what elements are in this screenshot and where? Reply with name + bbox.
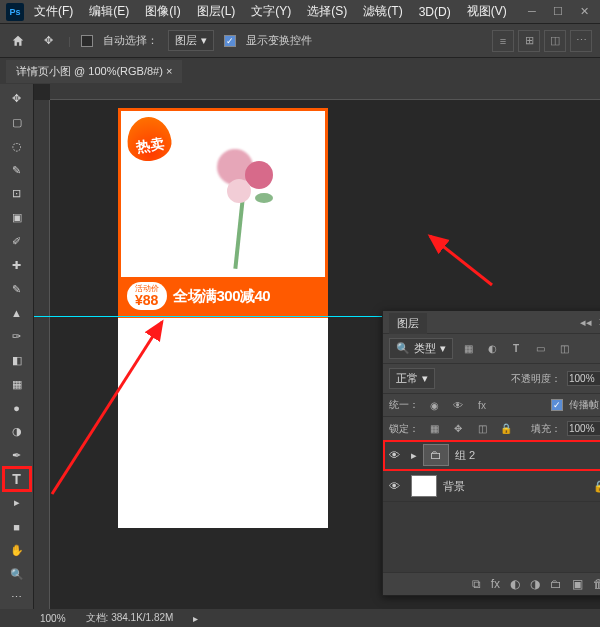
ruler-horizontal[interactable] [50,84,600,100]
link-layers-icon[interactable]: ⧉ [472,577,481,591]
unify-visibility-icon[interactable]: 👁 [449,398,467,412]
dodge-tool[interactable]: ◑ [4,421,30,443]
opacity-label: 不透明度： [511,372,561,386]
adjustment-layer-icon[interactable]: ◑ [530,577,540,591]
eyedropper-tool[interactable]: ✐ [4,231,30,253]
auto-select-checkbox[interactable] [81,35,93,47]
menu-file[interactable]: 文件(F) [28,1,79,22]
menu-layer[interactable]: 图层(L) [191,1,242,22]
window-close-icon[interactable]: ✕ [574,5,594,18]
layer-row-group[interactable]: 👁 ▸ 🗀 组 2 [383,440,600,471]
eraser-tool[interactable]: ◧ [4,349,30,371]
lock-icon[interactable]: 🔒 [593,480,600,493]
shape-tool[interactable]: ■ [4,516,30,538]
gradient-tool[interactable]: ▦ [4,373,30,395]
frame-tool[interactable]: ▣ [4,207,30,229]
menu-bar: Ps 文件(F) 编辑(E) 图像(I) 图层(L) 文字(Y) 选择(S) 滤… [0,0,600,24]
fill-input[interactable] [567,421,600,436]
bouquet-image [177,129,307,269]
show-transform-checkbox[interactable] [224,35,236,47]
edit-toolbar-icon[interactable]: ⋯ [4,587,30,609]
filter-shape-icon[interactable]: ▭ [531,342,549,356]
lock-all-icon[interactable]: 🔒 [497,422,515,436]
menu-edit[interactable]: 编辑(E) [83,1,135,22]
move-tool[interactable]: ✥ [4,88,30,110]
lock-position-icon[interactable]: ✥ [449,422,467,436]
visibility-eye-icon[interactable]: 👁 [389,480,405,492]
filter-type-icon[interactable]: T [507,342,525,356]
hot-badge-label: 热卖 [127,134,173,158]
blend-mode-dropdown[interactable]: 正常 ▾ [389,368,435,389]
layer-name[interactable]: 背景 [443,479,465,494]
collapse-icon[interactable]: ◂◂ [580,316,592,329]
unify-style-icon[interactable]: fx [473,398,491,412]
align-icon[interactable]: ≡ [492,30,514,52]
canvas[interactable]: 热卖 活动价 ¥88 全场满300减40 [118,108,328,528]
layer-name[interactable]: 组 2 [455,448,475,463]
price-pill: 活动价 ¥88 [127,282,167,310]
menu-view[interactable]: 视图(V) [461,1,513,22]
document-tab[interactable]: 详情页小图 @ 100%(RGB/8#) × [6,60,182,83]
move-tool-icon[interactable]: ✥ [38,31,58,51]
propagate-checkbox[interactable] [551,399,563,411]
quick-select-tool[interactable]: ✎ [4,159,30,181]
menu-image[interactable]: 图像(I) [139,1,186,22]
lock-label: 锁定： [389,422,419,436]
path-select-tool[interactable]: ▸ [4,492,30,514]
svg-line-1 [430,236,492,285]
visibility-eye-icon[interactable]: 👁 [389,449,405,461]
layers-tab[interactable]: 图层 [389,313,427,334]
filter-pixel-icon[interactable]: ▦ [459,342,477,356]
window-maximize-icon[interactable]: ☐ [548,5,568,18]
brush-tool[interactable]: ✎ [4,278,30,300]
filter-adjust-icon[interactable]: ◐ [483,342,501,356]
folder-icon: 🗀 [423,444,449,466]
new-group-icon[interactable]: 🗀 [550,577,562,591]
new-layer-icon[interactable]: ▣ [572,577,583,591]
type-tool[interactable]: T [4,468,30,490]
history-brush-tool[interactable]: ✑ [4,326,30,348]
layer-fx-icon[interactable]: fx [491,577,500,591]
annotation-arrow-2 [422,230,502,290]
window-minimize-icon[interactable]: ─ [522,5,542,18]
filter-smart-icon[interactable]: ◫ [555,342,573,356]
clone-tool[interactable]: ▲ [4,302,30,324]
home-icon[interactable] [8,31,28,51]
delete-layer-icon[interactable]: 🗑 [593,577,600,591]
price-value: ¥88 [135,293,159,307]
marquee-tool[interactable]: ▢ [4,112,30,134]
canvas-area: 热卖 活动价 ¥88 全场满300减40 [34,84,600,609]
layer-filter-dropdown[interactable]: 🔍 类型 ▾ [389,338,453,359]
hot-badge: 热卖 [124,114,174,164]
fill-label: 填充： [531,422,561,436]
layers-panel: 图层 ◂◂ ✕ 🔍 类型 ▾ ▦ ◐ T ▭ ◫ 正常 ▾ 不透明度： 统一： … [382,310,600,596]
opacity-input[interactable] [567,371,600,386]
tools-panel: ✥ ▢ ◌ ✎ ⊡ ▣ ✐ ✚ ✎ ▲ ✑ ◧ ▦ ● ◑ ✒ T ▸ ■ ✋ … [0,84,34,609]
crop-tool[interactable]: ⊡ [4,183,30,205]
hand-tool[interactable]: ✋ [4,540,30,562]
status-chevron-icon[interactable]: ▸ [193,613,198,624]
layer-thumbnail [411,475,437,497]
layer-row-background[interactable]: 👁 背景 🔒 [383,471,600,502]
lock-pixels-icon[interactable]: ▦ [425,422,443,436]
unify-position-icon[interactable]: ◉ [425,398,443,412]
3d-mode-icon[interactable]: ◫ [544,30,566,52]
blur-tool[interactable]: ● [4,397,30,419]
menu-type[interactable]: 文字(Y) [245,1,297,22]
zoom-tool[interactable]: 🔍 [4,563,30,585]
zoom-level[interactable]: 100% [40,613,66,624]
pen-tool[interactable]: ✒ [4,444,30,466]
lock-artboard-icon[interactable]: ◫ [473,422,491,436]
healing-tool[interactable]: ✚ [4,254,30,276]
more-options-icon[interactable]: ⋯ [570,30,592,52]
distribute-icon[interactable]: ⊞ [518,30,540,52]
menu-3d[interactable]: 3D(D) [413,3,457,21]
lasso-tool[interactable]: ◌ [4,136,30,158]
auto-select-dropdown[interactable]: 图层▾ [168,30,214,51]
options-bar: ✥ | 自动选择： 图层▾ 显示变换控件 ≡ ⊞ ◫ ⋯ [0,24,600,58]
menu-filter[interactable]: 滤镜(T) [357,1,408,22]
layer-mask-icon[interactable]: ◐ [510,577,520,591]
chevron-right-icon[interactable]: ▸ [411,449,417,462]
ruler-vertical[interactable] [34,100,50,609]
menu-select[interactable]: 选择(S) [301,1,353,22]
